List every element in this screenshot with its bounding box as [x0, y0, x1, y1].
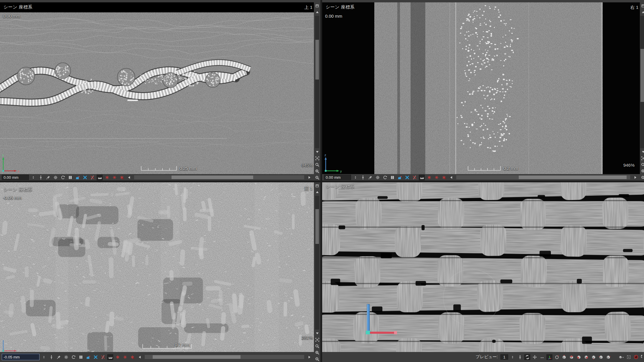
value-spinner[interactable]: [510, 354, 515, 360]
slice-slider[interactable]: [48, 354, 54, 360]
viewport-window-button[interactable]: [314, 3, 320, 9]
zoom-out-button[interactable]: [640, 175, 644, 181]
scroll-down-button[interactable]: [314, 330, 320, 336]
red-marker-3[interactable]: [119, 175, 125, 180]
record-tool[interactable]: [633, 354, 639, 360]
scroll-down-button[interactable]: [640, 149, 644, 155]
value-spinner[interactable]: [41, 354, 47, 360]
slice-canvas-top-view[interactable]: シーン 座標系 0.00 mm 上 1 0.25 mm 845% y x: [0, 2, 314, 174]
histogram-tool[interactable]: [85, 354, 91, 360]
slice-slider[interactable]: [360, 175, 366, 180]
rotate-3d-tool[interactable]: [524, 354, 530, 360]
horizontal-scrollbar-thumb[interactable]: [153, 355, 241, 359]
horizontal-scrollbar[interactable]: [456, 175, 630, 179]
zoom-in-button[interactable]: [314, 350, 320, 356]
scroll-left-button[interactable]: [448, 175, 454, 180]
slice-position-input[interactable]: [2, 175, 29, 180]
rotate-tool[interactable]: [70, 354, 76, 360]
render-canvas-3d[interactable]: シーン 座標系: [322, 182, 644, 352]
zoom-fit-button[interactable]: [314, 156, 320, 161]
brightness-tool[interactable]: [375, 175, 381, 180]
view-cube-4[interactable]: [583, 354, 589, 360]
zoom-tool-button[interactable]: [314, 162, 320, 168]
slice-position-input[interactable]: [2, 354, 39, 360]
scroll-up-button[interactable]: [314, 9, 320, 15]
viewport-window-button[interactable]: [640, 3, 644, 9]
ruler-toggle[interactable]: [107, 354, 113, 360]
scroll-right-button[interactable]: [632, 175, 638, 180]
viewport-window-button[interactable]: [314, 183, 320, 189]
scroll-right-button[interactable]: [306, 354, 312, 360]
red-marker-3[interactable]: [441, 175, 447, 180]
vertical-scrollbar[interactable]: [315, 16, 319, 148]
preview-value-input[interactable]: 1: [500, 354, 508, 360]
view-cube-3[interactable]: [576, 354, 582, 360]
red-marker-2[interactable]: [111, 175, 117, 180]
clip-red-off-tool[interactable]: [100, 354, 106, 360]
ellipsis-tool[interactable]: [539, 354, 545, 360]
red-marker-3[interactable]: [129, 354, 135, 360]
scroll-down-button[interactable]: [314, 149, 320, 155]
view-cube-2[interactable]: [569, 354, 574, 360]
histogram-tool[interactable]: [397, 175, 403, 180]
view-cube-5[interactable]: [591, 354, 597, 360]
horizontal-scrollbar[interactable]: [145, 355, 304, 359]
scroll-up-button[interactable]: [314, 189, 320, 195]
vertical-scrollbar[interactable]: [315, 196, 319, 330]
slice-slider[interactable]: [38, 175, 44, 180]
ruler-toggle[interactable]: [97, 175, 103, 180]
red-marker-2[interactable]: [122, 354, 128, 360]
value-spinner[interactable]: [353, 175, 358, 180]
scroll-up-button[interactable]: [640, 9, 644, 15]
selection-box-tool[interactable]: [626, 354, 632, 360]
preview-slider[interactable]: [517, 354, 523, 360]
view-cube-7[interactable]: [605, 354, 611, 360]
zoom-in-button[interactable]: [640, 168, 644, 174]
ruler-toggle[interactable]: [419, 175, 425, 180]
horizontal-scrollbar-thumb[interactable]: [172, 176, 253, 179]
pan-tool[interactable]: [532, 354, 538, 360]
slice-canvas-right-view[interactable]: シーン 座標系 0.00 mm 右 1 0.2 mm 946% z y: [322, 2, 640, 174]
windowing-tool[interactable]: [67, 175, 73, 180]
zoom-out-button[interactable]: [314, 356, 320, 362]
zoom-tool-button[interactable]: [314, 343, 320, 349]
vertical-scrollbar-thumb[interactable]: [315, 209, 319, 244]
red-marker-2[interactable]: [434, 175, 439, 180]
slice-position-input[interactable]: [324, 175, 351, 180]
scroll-right-button[interactable]: [306, 175, 312, 180]
zoom-out-button[interactable]: [314, 175, 320, 181]
vertical-scrollbar-thumb[interactable]: [640, 49, 644, 102]
red-marker-1[interactable]: [115, 354, 121, 360]
circle-tool[interactable]: [554, 354, 560, 360]
red-marker-1[interactable]: [426, 175, 432, 180]
vertical-scrollbar[interactable]: [640, 16, 644, 148]
vertical-scrollbar-thumb[interactable]: [315, 40, 319, 80]
rotate-tool[interactable]: [382, 175, 388, 180]
axes-tool[interactable]: [546, 354, 552, 360]
render-dropdown[interactable]: [618, 354, 624, 360]
zoom-tool-button[interactable]: [640, 162, 644, 168]
windowing-tool[interactable]: [78, 354, 84, 360]
slice-canvas-front-view[interactable]: シーン 座標系 -0.05 mm 前 1 0.7 mm 281%: [0, 182, 314, 352]
view-cube-1[interactable]: [561, 354, 567, 360]
zoom-in-button[interactable]: [314, 168, 320, 174]
clip-red-off-tool[interactable]: [411, 175, 417, 180]
scroll-left-button[interactable]: [137, 354, 143, 360]
rotate-tool[interactable]: [60, 175, 66, 180]
pin-tool[interactable]: [56, 354, 62, 360]
clip-blue-tool[interactable]: [93, 354, 98, 360]
clip-red-off-tool[interactable]: [89, 175, 95, 180]
zoom-fit-button[interactable]: [314, 337, 320, 343]
zoom-fit-button[interactable]: [640, 156, 644, 161]
brightness-tool[interactable]: [63, 354, 69, 360]
pin-tool[interactable]: [367, 175, 373, 180]
histogram-tool[interactable]: [75, 175, 80, 180]
clipped-toolbar-icon[interactable]: [640, 354, 642, 360]
clip-blue-tool[interactable]: [82, 175, 88, 180]
horizontal-scrollbar-thumb[interactable]: [519, 176, 627, 179]
value-spinner[interactable]: [30, 175, 36, 180]
horizontal-scrollbar[interactable]: [134, 175, 304, 179]
scroll-left-button[interactable]: [126, 175, 132, 180]
pin-tool[interactable]: [45, 175, 51, 180]
red-marker-1[interactable]: [104, 175, 110, 180]
